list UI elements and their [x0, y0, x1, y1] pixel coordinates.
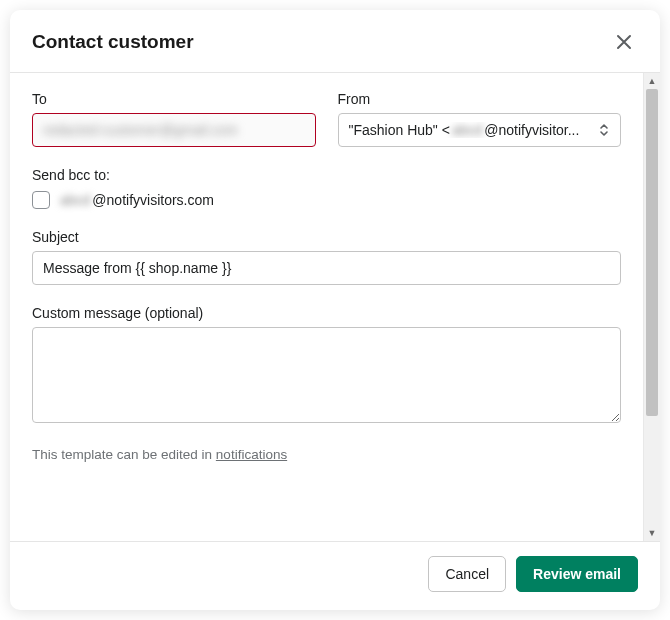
- modal-title: Contact customer: [32, 31, 194, 53]
- close-button[interactable]: [610, 28, 638, 56]
- close-icon: [614, 32, 634, 52]
- contact-customer-modal: Contact customer To redacted-customer@gm…: [10, 10, 660, 610]
- scroll-up-arrow[interactable]: ▲: [644, 73, 660, 89]
- scroll-track[interactable]: [644, 89, 660, 525]
- chevron-updown-icon: [598, 122, 610, 138]
- from-label: From: [338, 91, 622, 107]
- template-hint: This template can be edited in notificat…: [32, 447, 621, 462]
- modal-body: To redacted-customer@gmail.com From "Fas…: [10, 73, 643, 541]
- from-select[interactable]: "Fashion Hub" <abcd@notifyvisitor...: [338, 113, 622, 147]
- cancel-button[interactable]: Cancel: [428, 556, 506, 592]
- bcc-label: Send bcc to:: [32, 167, 621, 183]
- to-value-redacted: redacted-customer@gmail.com: [43, 122, 238, 138]
- bcc-email: abcd@notifyvisitors.com: [60, 192, 214, 208]
- review-email-button[interactable]: Review email: [516, 556, 638, 592]
- to-input[interactable]: redacted-customer@gmail.com: [32, 113, 316, 147]
- custom-message-label: Custom message (optional): [32, 305, 621, 321]
- scrollbar[interactable]: ▲ ▼: [643, 73, 660, 541]
- notifications-link[interactable]: notifications: [216, 447, 287, 462]
- custom-message-textarea[interactable]: [32, 327, 621, 423]
- subject-label: Subject: [32, 229, 621, 245]
- modal-body-wrapper: To redacted-customer@gmail.com From "Fas…: [10, 73, 660, 541]
- modal-footer: Cancel Review email: [10, 541, 660, 610]
- scroll-down-arrow[interactable]: ▼: [644, 525, 660, 541]
- scroll-thumb[interactable]: [646, 89, 658, 416]
- from-value: "Fashion Hub" <abcd@notifyvisitor...: [349, 122, 580, 138]
- modal-header: Contact customer: [10, 10, 660, 73]
- bcc-checkbox[interactable]: [32, 191, 50, 209]
- to-label: To: [32, 91, 316, 107]
- subject-input[interactable]: [32, 251, 621, 285]
